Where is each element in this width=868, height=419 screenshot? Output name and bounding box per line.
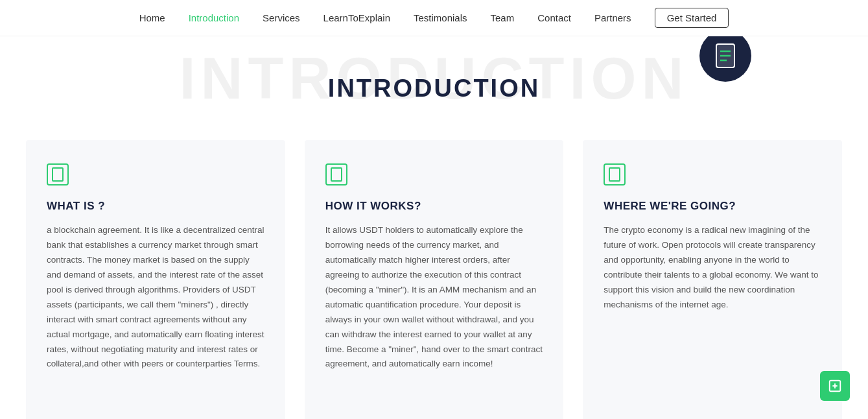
nav-testimonials[interactable]: Testimonials <box>414 12 467 23</box>
nav-partners[interactable]: Partners <box>594 12 631 23</box>
card-body-how-it-works: It allows USDT holders to automatically … <box>325 223 543 372</box>
card-where-going: WHERE WE'RE GOING? The crypto economy is… <box>583 140 842 419</box>
floating-action-button[interactable] <box>820 371 850 401</box>
card-icon-inner <box>52 167 64 182</box>
avatar-area <box>699 36 751 82</box>
page-title: INTRODUCTION <box>328 62 540 109</box>
card-icon-what-is <box>47 163 69 186</box>
card-icon-where-going <box>604 163 626 186</box>
card-icon-inner-3 <box>609 167 620 182</box>
card-title-where-going: WHERE WE'RE GOING? <box>604 200 821 213</box>
card-body-what-is: a blockchain agreement. It is like a dec… <box>47 223 264 372</box>
hero-section: INTRODUCTION INTRODUCTION <box>0 36 868 121</box>
nav-introduction[interactable]: Introduction <box>189 12 239 23</box>
cards-container: WHAT IS ? a blockchain agreement. It is … <box>0 121 868 419</box>
card-how-it-works: HOW IT WORKS? It allows USDT holders to … <box>305 140 564 419</box>
card-title-what-is: WHAT IS ? <box>47 200 264 213</box>
nav-contact[interactable]: Contact <box>537 12 571 23</box>
card-what-is: WHAT IS ? a blockchain agreement. It is … <box>26 140 285 419</box>
avatar <box>699 36 751 82</box>
main-nav: Home Introduction Services LearnToExplai… <box>0 0 868 36</box>
card-title-how-it-works: HOW IT WORKS? <box>325 200 543 213</box>
nav-home[interactable]: Home <box>139 12 165 23</box>
card-icon-inner-2 <box>331 167 342 182</box>
nav-services[interactable]: Services <box>263 12 300 23</box>
nav-team[interactable]: Team <box>491 12 515 23</box>
nav-learntoexplain[interactable]: LearnToExplain <box>323 12 390 23</box>
card-icon-how-it-works <box>325 163 347 186</box>
card-body-where-going: The crypto economy is a radical new imag… <box>604 223 821 313</box>
get-started-button[interactable]: Get Started <box>655 8 729 28</box>
